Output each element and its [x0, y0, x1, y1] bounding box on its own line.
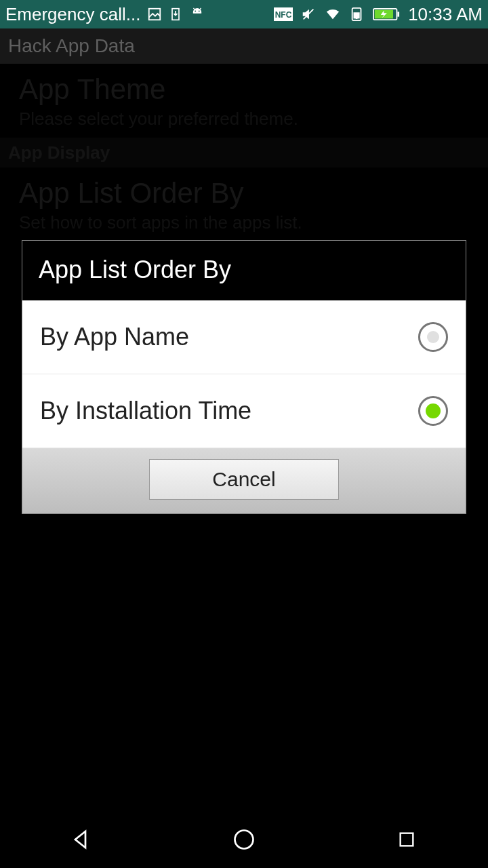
nav-back-button[interactable] [41, 819, 122, 860]
nav-home-button[interactable] [203, 819, 285, 860]
nav-recent-button[interactable] [366, 819, 447, 860]
download-icon [169, 7, 182, 22]
cancel-button[interactable]: Cancel [149, 459, 339, 500]
order-by-dialog: App List Order By By App Name By Install… [22, 240, 466, 514]
status-bar: Emergency call... NFC ! 10:33 AM [0, 0, 488, 28]
option-by-app-name[interactable]: By App Name [22, 300, 466, 374]
option-label: By Installation Time [40, 397, 251, 425]
sim-icon: ! [350, 7, 365, 22]
battery-icon [373, 7, 400, 21]
option-label: By App Name [40, 323, 189, 351]
radio-icon [418, 322, 448, 352]
status-carrier-text: Emergency call... [5, 4, 140, 25]
dialog-title: App List Order By [22, 241, 466, 300]
svg-rect-14 [401, 833, 413, 846]
nfc-icon: NFC [274, 7, 293, 21]
svg-point-3 [199, 11, 200, 12]
radio-icon [418, 396, 448, 426]
cancel-label: Cancel [212, 468, 275, 491]
svg-rect-11 [398, 12, 400, 16]
svg-point-13 [235, 831, 253, 849]
mute-icon [301, 7, 316, 22]
svg-text:NFC: NFC [275, 10, 292, 20]
dialog-footer: Cancel [22, 448, 466, 513]
wifi-icon [324, 7, 342, 22]
status-time: 10:33 AM [408, 4, 483, 25]
status-left: Emergency call... [5, 4, 205, 25]
android-icon [189, 7, 205, 22]
image-icon [147, 7, 162, 22]
option-by-installation-time[interactable]: By Installation Time [22, 374, 466, 448]
svg-text:!: ! [356, 14, 357, 20]
status-right: NFC ! 10:33 AM [274, 4, 483, 25]
svg-point-2 [195, 11, 197, 12]
navigation-bar [0, 811, 488, 868]
